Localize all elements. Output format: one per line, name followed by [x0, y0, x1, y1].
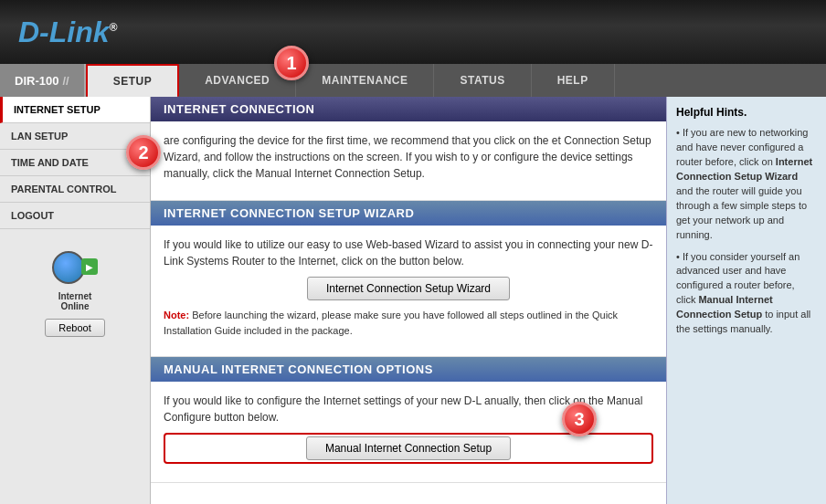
sidebar-item-parental-control[interactable]: PARENTAL CONTROL [0, 176, 150, 203]
page-title: INTERNET CONNECTION [164, 102, 315, 116]
wizard-section: INTERNET CONNECTION SETUP WIZARD If you … [151, 201, 666, 357]
content-wrapper: INTERNET SETUP LAN SETUP TIME AND DATE P… [0, 97, 826, 504]
badge-2: 2 [126, 135, 161, 170]
manual-header-text: MANUAL INTERNET CONNECTION OPTIONS [164, 362, 433, 376]
help-hint-2: • If you consider yourself an advanced u… [676, 250, 817, 338]
internet-arrow: ▶ [81, 258, 98, 275]
wizard-button[interactable]: Internet Connection Setup Wizard [307, 277, 510, 300]
internet-globe [52, 251, 85, 284]
internet-icon: ▶ [52, 251, 98, 288]
main-panel: INTERNET CONNECTION are configuring the … [151, 97, 666, 504]
manual-section-header: MANUAL INTERNET CONNECTION OPTIONS [151, 357, 666, 382]
sidebar-status: ▶ InternetOnline Reboot [0, 238, 150, 350]
help-panel: Helpful Hints. • If you are new to netwo… [666, 97, 826, 504]
help-hint-1: • If you are new to networking and have … [676, 126, 817, 243]
logo-dlink-text: D-Link [18, 16, 110, 48]
nav-model: DIR-100 // [0, 64, 86, 97]
badge-3: 3 [562, 402, 597, 436]
help-hint-1-keyword: Internet Connection Setup Wizard [676, 156, 812, 182]
wizard-note: Note: Before launching the wizard, pleas… [164, 308, 653, 338]
sidebar-item-logout[interactable]: LOGOUT [0, 203, 150, 229]
manual-internet-button[interactable]: Manual Internet Connection Setup [306, 436, 511, 460]
wizard-body-text: If you would like to utilize our easy to… [164, 236, 653, 269]
tab-help[interactable]: HELP [532, 64, 615, 97]
wizard-section-body: If you would like to utilize our easy to… [151, 226, 666, 357]
nav-bar: DIR-100 // SETUP ADVANCED MAINTENANCE ST… [0, 64, 826, 97]
internet-status-label: InternetOnline [58, 291, 92, 311]
tab-setup[interactable]: SETUP [86, 64, 180, 97]
wizard-section-header: INTERNET CONNECTION SETUP WIZARD [151, 201, 666, 226]
logo-registered: ® [110, 21, 118, 34]
wizard-header-text: INTERNET CONNECTION SETUP WIZARD [164, 206, 414, 220]
tab-maintenance[interactable]: MAINTENANCE [296, 64, 434, 97]
badge-1: 1 [274, 46, 309, 80]
intro-text: are configuring the device for the first… [164, 132, 653, 182]
page-title-header: INTERNET CONNECTION [151, 97, 666, 121]
manual-button-highlight: Manual Internet Connection Setup [164, 433, 653, 464]
dlink-logo: D-Link® [18, 16, 117, 49]
tab-status[interactable]: STATUS [434, 64, 531, 97]
header: D-Link® [0, 0, 826, 64]
help-title: Helpful Hints. [676, 106, 817, 119]
note-body: Before launching the wizard, please make… [164, 310, 618, 336]
model-label: DIR-100 [15, 74, 58, 88]
sidebar-item-internet-setup[interactable]: INTERNET SETUP [0, 97, 150, 123]
nav-model-slashes: // [62, 74, 69, 88]
intro-section: are configuring the device for the first… [151, 121, 666, 201]
note-label: Note: [164, 310, 189, 320]
reboot-button[interactable]: Reboot [45, 319, 104, 337]
help-hint-2-keyword: Manual Internet Connection Setup [676, 294, 773, 320]
